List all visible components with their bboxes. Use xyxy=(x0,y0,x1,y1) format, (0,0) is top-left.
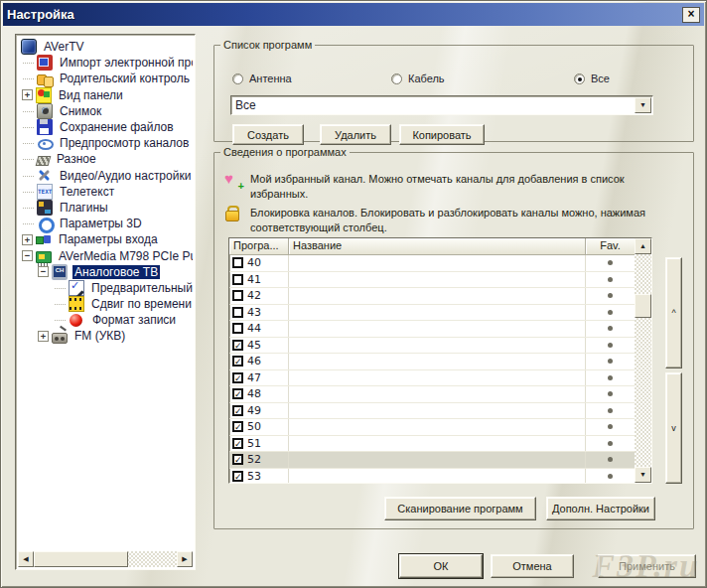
channel-row[interactable]: ✓51 xyxy=(229,436,635,453)
channel-name-cell[interactable] xyxy=(289,419,586,435)
tree-item[interactable]: Снимок xyxy=(18,103,193,119)
ok-button[interactable]: ОК xyxy=(399,554,483,578)
favorite-dot-icon[interactable] xyxy=(608,474,613,479)
scrollbar-thumb[interactable] xyxy=(635,294,651,318)
favorite-dot-icon[interactable] xyxy=(608,343,613,348)
tree-item[interactable]: AVerTV xyxy=(18,39,193,55)
apply-button[interactable]: Применить xyxy=(598,554,696,578)
tree-item[interactable]: Сохранение файлов xyxy=(18,119,193,135)
tree-expander-icon[interactable]: − xyxy=(22,250,33,261)
favorite-dot-icon[interactable] xyxy=(608,408,613,413)
tree-item[interactable]: Формат записи xyxy=(18,312,193,328)
column-header-fav[interactable]: Fav. xyxy=(586,238,635,255)
channel-checkbox[interactable]: ✓ xyxy=(232,454,243,465)
tree-item[interactable]: Предпросмотр каналов xyxy=(18,135,193,151)
favorite-dot-icon[interactable] xyxy=(608,457,613,462)
channel-name-cell[interactable] xyxy=(289,288,586,304)
delete-button[interactable]: Удалить xyxy=(320,124,391,145)
channel-row[interactable]: 41 xyxy=(229,272,635,289)
scroll-right-icon[interactable]: ▶ xyxy=(177,551,193,567)
channel-checkbox[interactable]: ✓ xyxy=(232,388,243,399)
tree-expander-icon[interactable]: + xyxy=(38,331,49,342)
channel-checkbox[interactable] xyxy=(232,307,243,318)
tree-item[interactable]: Предварительный xyxy=(18,280,193,296)
radio-all-circle[interactable] xyxy=(574,74,585,84)
channel-checkbox[interactable]: ✓ xyxy=(232,405,243,416)
channel-row[interactable]: 42 xyxy=(229,288,635,305)
tree-item[interactable]: +Вид панели xyxy=(18,87,193,103)
channel-row[interactable]: ✓47 xyxy=(229,370,635,387)
scrollbar-thumb[interactable] xyxy=(34,551,128,567)
favorite-dot-icon[interactable] xyxy=(608,293,613,298)
tree-item[interactable]: Разное xyxy=(18,151,193,167)
channel-checkbox[interactable]: ✓ xyxy=(232,471,243,482)
channel-name-cell[interactable] xyxy=(289,305,586,321)
channel-row[interactable]: ✓48 xyxy=(229,386,635,403)
channel-checkbox[interactable]: ✓ xyxy=(232,340,243,351)
radio-cable-circle[interactable] xyxy=(391,74,402,84)
favorite-dot-icon[interactable] xyxy=(608,359,613,364)
channel-name-cell[interactable] xyxy=(289,321,586,337)
channel-checkbox[interactable]: ✓ xyxy=(232,438,243,449)
channel-row[interactable]: ✓46 xyxy=(229,354,635,370)
scan-programs-button[interactable]: Сканирование программ xyxy=(384,497,536,520)
radio-antenna[interactable]: Антенна xyxy=(232,73,292,84)
channel-checkbox[interactable]: ✓ xyxy=(232,372,243,383)
scroll-down-icon[interactable]: ▼ xyxy=(635,467,651,483)
channel-row[interactable]: ✓52 xyxy=(229,452,635,469)
chevron-down-icon[interactable]: ▼ xyxy=(635,97,651,113)
copy-button[interactable]: Копировать xyxy=(399,124,485,145)
favorite-dot-icon[interactable] xyxy=(608,260,613,265)
favorite-dot-icon[interactable] xyxy=(608,441,613,446)
close-icon[interactable]: × xyxy=(682,7,700,23)
channel-checkbox[interactable] xyxy=(232,257,243,268)
channel-row[interactable]: ✓45 xyxy=(229,338,635,355)
channel-row[interactable]: 43 xyxy=(229,305,635,322)
channel-name-cell[interactable] xyxy=(289,403,586,419)
channel-name-cell[interactable] xyxy=(289,370,586,386)
channel-row[interactable]: 44 xyxy=(229,321,635,338)
move-up-button[interactable]: ^ xyxy=(665,257,682,368)
favorite-dot-icon[interactable] xyxy=(608,277,613,282)
channel-name-cell[interactable] xyxy=(289,338,586,354)
channel-name-cell[interactable] xyxy=(289,386,586,402)
tree-item[interactable]: Плагины xyxy=(18,200,193,216)
advanced-settings-button[interactable]: Дополн. Настройки xyxy=(546,497,655,520)
tree-horizontal-scrollbar[interactable]: ◀ ▶ xyxy=(18,551,193,567)
tree-item[interactable]: Родительский контроль xyxy=(18,71,193,86)
scroll-left-icon[interactable]: ◀ xyxy=(18,551,34,567)
channel-checkbox[interactable] xyxy=(232,274,243,285)
channel-name-cell[interactable] xyxy=(289,436,586,452)
tree-item[interactable]: Параметры 3D xyxy=(18,216,193,231)
favorite-dot-icon[interactable] xyxy=(608,424,613,429)
column-header-name[interactable]: Название xyxy=(289,238,586,255)
cancel-button[interactable]: Отмена xyxy=(491,554,574,578)
tree-item[interactable]: Импорт электронной прог xyxy=(18,55,193,71)
tree-item[interactable]: −AVerMedia M798 PCIe Pure xyxy=(18,247,193,263)
channel-row[interactable]: ✓49 xyxy=(229,403,635,420)
channel-checkbox[interactable]: ✓ xyxy=(232,421,243,432)
move-down-button[interactable]: v xyxy=(665,372,682,484)
create-button[interactable]: Создать xyxy=(232,124,304,145)
channel-checkbox[interactable] xyxy=(232,290,243,301)
scroll-up-icon[interactable]: ▲ xyxy=(635,238,651,254)
table-vertical-scrollbar[interactable]: ▲ ▼ xyxy=(635,238,651,483)
favorite-dot-icon[interactable] xyxy=(608,391,613,396)
channel-row[interactable]: ✓50 xyxy=(229,419,635,436)
tree-item[interactable]: +FM (УКВ) xyxy=(18,328,193,344)
channel-checkbox[interactable] xyxy=(232,323,243,334)
channel-checkbox[interactable]: ✓ xyxy=(232,356,243,367)
tree-expander-icon[interactable]: + xyxy=(22,234,33,245)
tree-item[interactable]: +Параметры входа xyxy=(18,231,193,247)
radio-all[interactable]: Все xyxy=(574,73,610,84)
title-bar[interactable]: Настройка × xyxy=(3,3,704,26)
radio-cable[interactable]: Кабель xyxy=(391,73,445,84)
channel-row[interactable]: ✓53 xyxy=(229,469,635,484)
tree-item[interactable]: Видео/Аудио настройки xyxy=(18,168,193,184)
channel-name-cell[interactable] xyxy=(289,255,586,271)
tree-expander-icon[interactable]: + xyxy=(22,89,33,100)
channel-name-cell[interactable] xyxy=(289,452,586,468)
tree-item[interactable]: −CHАналоговое ТВ xyxy=(18,264,193,280)
favorite-dot-icon[interactable] xyxy=(608,326,613,331)
favorite-dot-icon[interactable] xyxy=(608,375,613,380)
